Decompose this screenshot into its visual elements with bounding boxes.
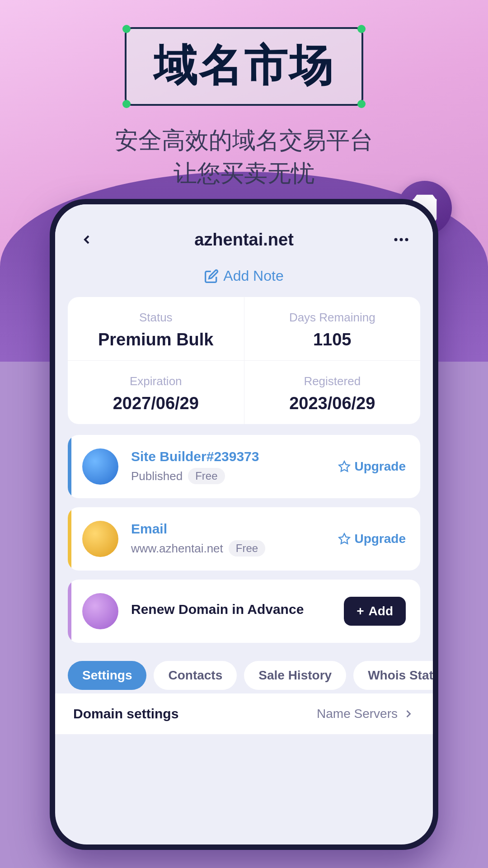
tabs-row: Settings Contacts Sale History Whois Sta… (55, 652, 433, 690)
status-label: Status (79, 311, 233, 325)
status-bottom-row: Expiration 2027/06/29 Registered 2023/06… (68, 361, 420, 424)
tab-contacts[interactable]: Contacts (154, 661, 237, 690)
renew-info: Renew Domain in Advance (131, 602, 344, 621)
site-builder-sub: Published Free (131, 468, 338, 484)
star-icon-2 (338, 533, 351, 545)
domain-title: azhentai.net (194, 230, 294, 250)
name-servers-label: Name Servers (317, 707, 398, 721)
back-button[interactable] (73, 226, 100, 253)
email-sub: www.azhentai.net Free (131, 540, 338, 557)
app-content: azhentai.net Add Note (55, 204, 433, 844)
add-note-row: Add Note (55, 264, 433, 297)
plus-symbol: + (357, 604, 364, 618)
add-note-label: Add Note (223, 268, 283, 284)
svg-marker-4 (339, 461, 350, 471)
corner-dot-bl (122, 100, 131, 108)
email-card[interactable]: Email www.azhentai.net Free Upgrade (68, 507, 420, 571)
days-value: 1105 (255, 330, 410, 349)
tab-settings[interactable]: Settings (68, 661, 146, 690)
name-servers-row[interactable]: Name Servers (317, 707, 415, 721)
site-builder-info: Site Builder#239373 Published Free (131, 449, 338, 484)
more-button[interactable] (388, 226, 415, 253)
days-cell: Days Remaining 1105 (244, 297, 421, 360)
svg-point-2 (399, 238, 403, 241)
status-card: Status Premium Bulk Days Remaining 1105 … (68, 297, 420, 424)
svg-point-1 (394, 238, 397, 241)
tab-whois-stats[interactable]: Whois Stats (353, 661, 433, 690)
tab-sale-history[interactable]: Sale History (244, 661, 346, 690)
expiration-cell: Expiration 2027/06/29 (68, 361, 244, 424)
email-name: Email (131, 521, 338, 537)
email-upgrade-button[interactable]: Upgrade (338, 532, 406, 546)
edit-icon (204, 269, 219, 283)
renew-icon (82, 593, 118, 629)
hero-title: 域名市场 (154, 41, 334, 90)
registered-value: 2023/06/29 (255, 394, 410, 413)
email-icon (82, 521, 118, 557)
registered-label: Registered (255, 374, 410, 388)
days-label: Days Remaining (255, 311, 410, 325)
svg-marker-5 (339, 533, 350, 543)
expiration-value: 2027/06/29 (79, 394, 233, 413)
status-cell: Status Premium Bulk (68, 297, 244, 360)
svg-point-3 (405, 238, 408, 241)
bottom-row[interactable]: Domain settings Name Servers (55, 693, 433, 734)
renew-add-button[interactable]: + Add (344, 597, 406, 626)
site-builder-card[interactable]: Site Builder#239373 Published Free Upgra… (68, 435, 420, 498)
site-builder-badge: Free (188, 468, 225, 484)
status-top-row: Status Premium Bulk Days Remaining 1105 (68, 297, 420, 361)
phone-mockup: azhentai.net Add Note (50, 199, 438, 850)
chevron-right-icon (402, 708, 415, 720)
back-icon (80, 232, 94, 247)
expiration-label: Expiration (79, 374, 233, 388)
domain-settings-label: Domain settings (73, 706, 178, 722)
registered-cell: Registered 2023/06/29 (244, 361, 421, 424)
phone-inner: azhentai.net Add Note (55, 204, 433, 844)
more-icon (394, 238, 408, 241)
email-badge: Free (229, 540, 265, 557)
add-note-button[interactable]: Add Note (204, 268, 283, 284)
title-box: 域名市场 (125, 27, 363, 106)
renew-card[interactable]: Renew Domain in Advance + Add (68, 580, 420, 643)
app-header: azhentai.net (55, 204, 433, 264)
email-info: Email www.azhentai.net Free (131, 521, 338, 557)
hero-subtitle: 安全高效的域名交易平台 让您买卖无忧 (115, 124, 373, 190)
site-builder-icon (82, 448, 118, 485)
status-value: Premium Bulk (79, 330, 233, 349)
site-builder-upgrade-button[interactable]: Upgrade (338, 459, 406, 474)
star-icon (338, 460, 351, 473)
site-builder-name: Site Builder#239373 (131, 449, 338, 464)
corner-dot-br (357, 100, 366, 108)
renew-name: Renew Domain in Advance (131, 602, 344, 617)
